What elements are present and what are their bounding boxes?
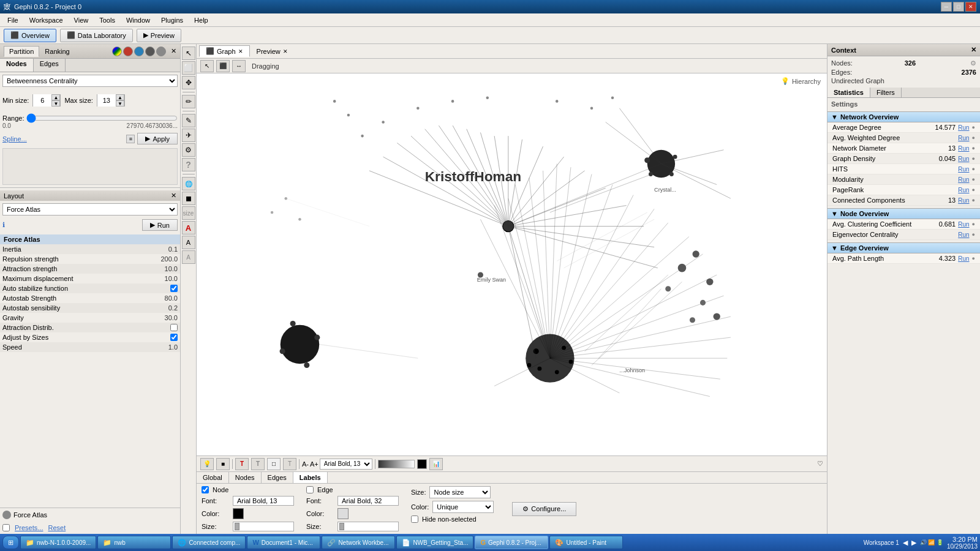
text-normal-btn[interactable]: T [251, 458, 265, 470]
spline-options[interactable]: ≡ [126, 135, 135, 143]
tab-ranking[interactable]: Ranking [39, 46, 75, 57]
edge-label-checkbox[interactable] [306, 486, 314, 493]
pencil-tool[interactable]: ✎ [182, 114, 195, 127]
menu-plugins[interactable]: Plugins [156, 15, 188, 25]
minimize-button[interactable]: ─ [941, 2, 952, 12]
datalabs-button[interactable]: ⬛ Data Laboratory [60, 29, 133, 42]
tab-graph[interactable]: ⬛ Graph ✕ [199, 45, 250, 57]
adjust-sizes-checkbox[interactable] [170, 334, 178, 341]
text-shadow-btn[interactable]: T [283, 458, 296, 470]
tab-edges[interactable]: Edges [34, 59, 66, 72]
run-avg-weighted[interactable]: Run [958, 135, 969, 141]
square-tool[interactable]: ◼ [182, 192, 195, 205]
spline-link[interactable]: Spline... [2, 135, 27, 143]
color-palette-icon[interactable] [112, 47, 122, 56]
taskbar-item-gephi[interactable]: G Gephi 0.8.2 - Proj... [475, 536, 548, 549]
taskbar-item-doc[interactable]: W Document1 - Mic... [247, 536, 320, 549]
max-size-up[interactable]: ▲ [116, 94, 124, 100]
gt-arrow[interactable]: ↖ [200, 60, 214, 72]
node-section-collapse[interactable]: ▼ [831, 210, 838, 217]
menu-workspace[interactable]: Workspace [24, 15, 68, 25]
taskbar-item-nwb1[interactable]: 📁 nwb-N-1.0.0-2009... [20, 536, 96, 549]
preview-button[interactable]: ▶ Preview [137, 29, 181, 42]
overview-button[interactable]: ⬛ Overview [4, 29, 56, 42]
run-modularity[interactable]: Run [958, 176, 969, 183]
section-collapse-icon[interactable]: ▼ [831, 113, 838, 121]
color-settings-icon[interactable] [145, 47, 155, 56]
info-pagerank[interactable]: ● [972, 187, 975, 193]
font-select[interactable]: Arial Bold, 13 [320, 459, 372, 470]
taskbar-item-nwb2[interactable]: 📁 nwb [97, 536, 171, 549]
info-net-diameter[interactable]: ● [972, 145, 975, 151]
drag-tool[interactable]: ✥ [182, 76, 195, 89]
nodes-settings-icon[interactable]: ⚙ [970, 59, 976, 67]
color-remove-icon[interactable] [123, 47, 133, 56]
taskbar-arrow-right[interactable]: ▶ [911, 539, 916, 547]
taskbar-item-paint[interactable]: 🎨 Untitled - Paint [549, 536, 623, 549]
min-size-input[interactable] [33, 94, 51, 107]
menu-tools[interactable]: Tools [94, 15, 120, 25]
gt-nav[interactable]: ⬛ [216, 60, 230, 72]
node-size-slider[interactable] [233, 522, 294, 531]
run-connected-comp[interactable]: Run [958, 197, 969, 204]
info-clustering[interactable]: ● [972, 221, 975, 227]
taskbar-item-connected[interactable]: 🌐 Connected comp... [172, 536, 246, 549]
context-header-close[interactable]: ✕ [971, 46, 976, 54]
run-clustering[interactable]: Run [958, 221, 969, 228]
text-tool[interactable]: A [182, 221, 195, 234]
text3-tool[interactable]: A [182, 250, 195, 264]
min-size-up[interactable]: ▲ [51, 94, 60, 100]
size-type-select[interactable]: Node size [429, 486, 491, 498]
taskbar-item-pdf[interactable]: 📄 NWB_Getting_Sta... [396, 536, 473, 549]
text2-tool[interactable]: A [182, 236, 195, 249]
tab-edges-bottom[interactable]: Edges [262, 472, 293, 483]
run-graph-density[interactable]: Run [958, 156, 969, 162]
layout-algorithm-dropdown[interactable]: Force Atlas [2, 203, 178, 216]
menu-file[interactable]: File [2, 15, 23, 25]
tab-nodes[interactable]: Nodes [0, 59, 34, 72]
gt-nav2[interactable]: ↔ [232, 60, 246, 72]
node-label-checkbox[interactable] [202, 486, 209, 493]
paint-tool[interactable]: ✏ [182, 95, 195, 108]
tab-nodes-bottom[interactable]: Nodes [229, 472, 262, 483]
attraction-distrib-checkbox[interactable] [170, 324, 178, 331]
gear-tool[interactable]: ⚙ [182, 143, 195, 157]
chart-btn[interactable]: 📊 [429, 458, 443, 470]
rect-select-tool[interactable]: ⬜ [182, 61, 195, 75]
tab-global[interactable]: Global [197, 472, 229, 483]
color-type-select[interactable]: Unique [432, 501, 494, 513]
max-size-input[interactable] [97, 94, 116, 107]
edge-font-display[interactable]: Arial Bold, 32 [337, 496, 399, 506]
start-button[interactable]: ⊞ [2, 536, 19, 549]
bulb-icon[interactable]: 💡 [200, 458, 214, 470]
layout-info-icon[interactable]: ℹ [2, 221, 5, 229]
color-apply-icon[interactable] [134, 47, 144, 56]
graph-viewport[interactable]: 💡 Hierarchy [197, 73, 827, 455]
graph-tab-close[interactable]: ✕ [238, 48, 243, 54]
tab-preview[interactable]: Preview ✕ [250, 46, 295, 57]
square-btn[interactable]: ■ [216, 458, 230, 470]
node-font-display[interactable]: Arial Bold, 13 [233, 496, 294, 506]
info-avg-degree[interactable]: ● [972, 124, 975, 130]
hierarchy-label[interactable]: 💡 Hierarchy [781, 77, 821, 85]
run-eigenvector[interactable]: Run [958, 231, 969, 238]
edge-size-slider[interactable] [337, 522, 399, 531]
hide-nonselected-checkbox[interactable] [411, 515, 418, 523]
info-path-length[interactable]: ● [972, 255, 975, 261]
color-extra-icon[interactable] [156, 47, 166, 56]
metric-dropdown[interactable]: Betweenness Centrality [2, 75, 178, 87]
presets-checkbox[interactable] [2, 524, 10, 531]
select-tool[interactable]: ↖ [182, 47, 195, 60]
taskbar-arrow-left[interactable]: ◀ [903, 539, 908, 547]
color-black[interactable] [417, 459, 427, 469]
run-pagerank[interactable]: Run [958, 187, 969, 193]
auto-stabilize-checkbox[interactable] [170, 285, 178, 292]
info-graph-density[interactable]: ● [972, 156, 975, 162]
reset-link[interactable]: Reset [48, 524, 66, 531]
run-avg-degree[interactable]: Run [958, 124, 969, 131]
menu-help[interactable]: Help [189, 15, 213, 25]
range-slider[interactable] [26, 114, 178, 122]
question-tool[interactable]: ? [182, 158, 195, 171]
run-path-length[interactable]: Run [958, 255, 969, 262]
layout-section-header[interactable]: Layout ✕ [0, 190, 180, 201]
